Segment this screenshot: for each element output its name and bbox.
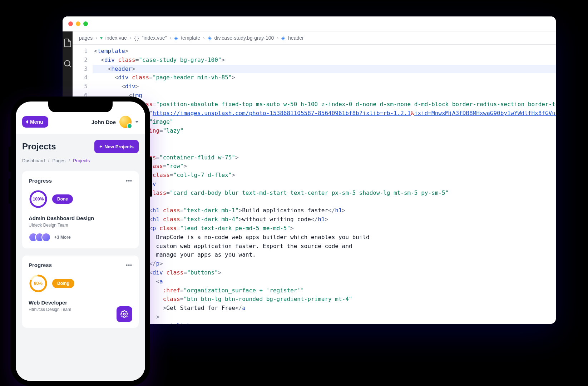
chevron-left-icon	[26, 120, 28, 124]
json-braces-icon: { }	[134, 35, 139, 41]
breadcrumb: Dashboard / Pages / Projects	[22, 158, 139, 163]
project-team: UIdeck Design Team	[29, 223, 132, 228]
vue-icon: ▾	[100, 35, 103, 41]
avatar	[119, 116, 132, 128]
svg-point-0	[64, 60, 70, 66]
project-name: Admin Dashboard Design	[29, 215, 132, 221]
member-avatars[interactable]	[29, 233, 51, 242]
page-title: Projects	[22, 142, 56, 152]
cube-icon: ◈	[174, 35, 178, 41]
card-more-menu[interactable]: •••	[126, 178, 132, 184]
card-section-label: Progress	[29, 178, 52, 184]
explorer-icon[interactable]	[63, 38, 73, 48]
project-card: Progress ••• 80% Doing Web Developer Htm…	[22, 256, 139, 328]
minimize-window-button[interactable]	[76, 21, 80, 26]
chevron-right-icon: ›	[277, 35, 278, 41]
close-window-button[interactable]	[68, 21, 73, 26]
breadcrumb-item[interactable]: pages	[79, 35, 93, 41]
user-menu[interactable]: John Doe	[92, 116, 139, 128]
card-section-label: Progress	[29, 262, 52, 268]
members-more-label[interactable]: +3 More	[54, 235, 71, 240]
chevron-down-icon	[135, 121, 139, 123]
project-name: Web Developer	[29, 300, 132, 306]
breadcrumb-item[interactable]: "index.vue"	[142, 35, 167, 41]
code-area[interactable]: <template> <div class="case-study bg-gra…	[93, 45, 556, 324]
editor-breadcrumb[interactable]: pages › ▾ index.vue › { } "index.vue" › …	[73, 31, 556, 45]
breadcrumb-item[interactable]: div.case-study.bg-gray-100	[214, 35, 274, 41]
search-icon[interactable]	[63, 59, 73, 69]
progress-percent-label: 80%	[34, 281, 43, 286]
window-traffic-lights	[63, 16, 556, 31]
breadcrumb-item[interactable]: index.vue	[105, 35, 127, 41]
cube-icon: ◈	[281, 35, 285, 41]
progress-ring: 100%	[29, 189, 48, 209]
chevron-right-icon: ›	[130, 35, 132, 41]
breadcrumb-item[interactable]: template	[181, 35, 200, 41]
project-settings-button[interactable]	[117, 306, 132, 322]
progress-ring: 80%	[29, 274, 48, 293]
new-projects-label: New Projects	[104, 144, 134, 149]
status-badge: Done	[52, 194, 73, 204]
breadcrumb-item[interactable]: Pages	[52, 158, 65, 163]
phone-notch	[48, 102, 113, 112]
svg-point-5	[123, 313, 125, 315]
avatar	[41, 233, 51, 242]
breadcrumb-item[interactable]: Projects	[73, 158, 90, 163]
menu-button-label: Menu	[30, 119, 43, 125]
chevron-right-icon: ›	[203, 35, 205, 41]
menu-button[interactable]: Menu	[22, 116, 48, 128]
card-more-menu[interactable]: •••	[126, 262, 132, 268]
maximize-window-button[interactable]	[83, 21, 88, 26]
phone-mockup: Menu John Doe Projects + New Projects Da…	[11, 96, 150, 386]
chevron-right-icon: ›	[95, 35, 97, 41]
chevron-right-icon: ›	[170, 35, 172, 41]
breadcrumb-item[interactable]: header	[288, 35, 304, 41]
plus-icon: +	[99, 144, 102, 149]
new-projects-button[interactable]: + New Projects	[94, 140, 139, 153]
progress-percent-label: 100%	[33, 197, 44, 202]
gear-icon	[120, 310, 128, 318]
status-badge: Doing	[52, 279, 74, 288]
breadcrumb-item[interactable]: Dashboard	[22, 158, 45, 163]
project-card: Progress ••• 100% Done Admin Dashboard D…	[22, 171, 139, 248]
cube-icon: ◈	[208, 35, 212, 41]
user-name-label: John Doe	[92, 119, 116, 125]
